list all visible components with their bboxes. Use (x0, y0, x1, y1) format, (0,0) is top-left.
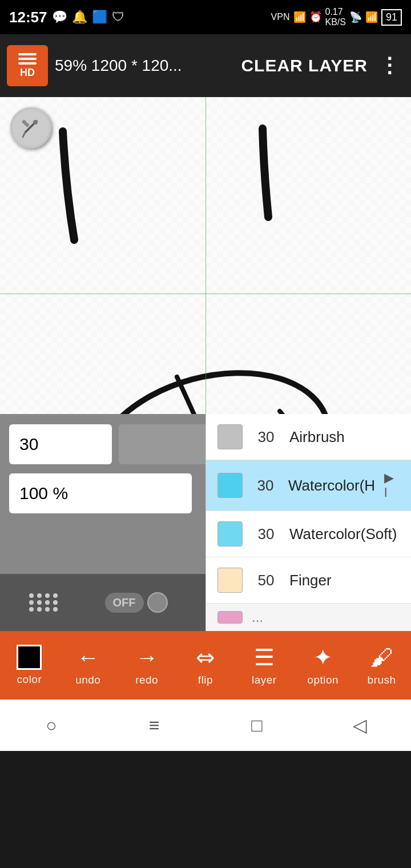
brush-partial-swatch (217, 611, 243, 624)
brush-swatch-airbrush (217, 424, 243, 449)
nav-menu-button[interactable]: ≡ (137, 708, 171, 742)
undo-label: undo (75, 674, 100, 686)
flip-label: flip (198, 674, 213, 686)
toggle1-indicator (147, 592, 168, 613)
controls-area: 30 100 % 30 Airbrush 30 Watercolor(H ▶ l (0, 414, 411, 574)
cell-icon: 📶 (365, 11, 378, 23)
brush-label: brush (368, 674, 396, 686)
brush-partial-label: ... (252, 609, 263, 625)
menu-icon: ≡ (149, 715, 160, 736)
brush-arrow-icon: ▶ l (384, 471, 400, 500)
layer-label: layer (252, 674, 277, 686)
svg-line-1 (23, 132, 25, 137)
svg-rect-2 (22, 119, 30, 127)
status-time: 12:57 (9, 9, 47, 26)
brush-size-watercolor-soft: 30 (252, 525, 280, 543)
brush-list: 30 Airbrush 30 Watercolor(H ▶ l 30 Water… (206, 414, 411, 631)
flip-button[interactable]: ⇔ flip (176, 631, 235, 700)
svg-point-4 (76, 348, 346, 414)
brush-item-watercolor-soft[interactable]: 30 Watercolor(Soft) (206, 511, 411, 557)
canvas-wrapper[interactable] (0, 97, 411, 414)
clock-icon: ⏰ (309, 11, 322, 23)
nav-bar: ○ ≡ □ ◁ (0, 700, 411, 751)
app-icon: 🟦 (92, 10, 107, 25)
bottom-panel: 30 100 % 30 Airbrush 30 Watercolor(H ▶ l (0, 414, 411, 751)
toggle1-label: OFF (105, 593, 144, 613)
canvas-content[interactable] (0, 97, 411, 414)
brush-item-airbrush[interactable]: 30 Airbrush (206, 414, 411, 460)
redo-button[interactable]: → redo (118, 631, 176, 700)
notification-icon: 🔔 (72, 10, 87, 25)
brush-name-watercolor-soft: Watercolor(Soft) (289, 525, 400, 543)
wifi-icon: 📡 (349, 11, 362, 23)
color-button[interactable]: color (0, 631, 59, 700)
brush-swatch-watercolor-soft (217, 521, 243, 546)
eyedropper-button[interactable] (10, 107, 51, 148)
back-icon: □ (251, 715, 262, 736)
brush-swatch-watercolor-hard (217, 473, 243, 498)
redo-icon: → (135, 645, 158, 670)
brush-name-watercolor-hard: Watercolor(H (288, 477, 375, 495)
vpn-icon: VPN (271, 12, 290, 22)
bottom-toolbar: color ← undo → redo ⇔ flip ☰ layer ✦ opt… (0, 631, 411, 700)
nav-back-button[interactable]: □ (240, 708, 274, 742)
hd-label: HD (20, 67, 35, 79)
brush-swatch-finger (217, 568, 243, 593)
nav-recent-button[interactable]: ◁ (342, 708, 377, 742)
status-right: VPN 📶 ⏰ 0.17KB/S 📡 📶 91 (271, 7, 402, 27)
size-input[interactable]: 30 (9, 424, 112, 464)
brush-name-airbrush: Airbrush (289, 428, 400, 446)
guide-vertical (206, 97, 206, 414)
layer-icon: ☰ (254, 644, 275, 670)
battery-label: 91 (381, 9, 402, 26)
undo-button[interactable]: ← undo (59, 631, 118, 700)
option-label: option (307, 674, 339, 686)
nav-home-button[interactable]: ○ (34, 708, 68, 742)
brush-item-partial: ... (206, 604, 411, 631)
brush-icon: 🖌 (370, 645, 393, 670)
opacity-input[interactable]: 100 % (9, 473, 192, 513)
shield-icon: 🛡 (112, 10, 124, 25)
status-left: 12:57 💬 🔔 🟦 🛡 (9, 9, 124, 26)
status-bar: 12:57 💬 🔔 🟦 🛡 VPN 📶 ⏰ 0.17KB/S 📡 📶 91 (0, 0, 411, 34)
brush-item-finger[interactable]: 50 Finger (206, 557, 411, 604)
brush-size-watercolor-hard: 30 (252, 477, 279, 495)
more-options-icon[interactable]: ⋮ (374, 54, 404, 78)
recent-icon: ◁ (353, 714, 367, 736)
home-icon: ○ (46, 715, 57, 736)
toolbar: HD 59% 1200 * 120... CLEAR LAYER ⋮ (0, 34, 411, 97)
option-icon: ✦ (313, 644, 333, 670)
signal-icon: 📶 (293, 11, 306, 23)
color-swatch (17, 645, 42, 670)
guide-horizontal (0, 294, 411, 294)
brush-button[interactable]: 🖌 brush (352, 631, 411, 700)
speed-label: 0.17KB/S (325, 7, 346, 27)
brush-item-watercolor-hard[interactable]: 30 Watercolor(H ▶ l (206, 460, 411, 511)
brush-name-finger: Finger (289, 572, 400, 589)
brush-size-finger: 50 (252, 572, 280, 589)
flip-icon: ⇔ (196, 644, 215, 670)
svg-point-3 (33, 120, 38, 124)
canvas-title: 59% 1200 * 120... (55, 57, 234, 75)
color-label: color (17, 673, 42, 686)
messenger-icon: 💬 (52, 10, 67, 25)
dots-grid-button[interactable] (29, 593, 59, 612)
undo-icon: ← (76, 645, 99, 670)
brush-size-airbrush: 30 (252, 428, 280, 446)
hd-badge[interactable]: HD (7, 45, 48, 86)
redo-label: redo (135, 674, 158, 686)
toggle1-button[interactable]: OFF (105, 592, 168, 613)
option-button[interactable]: ✦ option (293, 631, 352, 700)
layer-button[interactable]: ☰ layer (235, 631, 293, 700)
clear-layer-button[interactable]: CLEAR LAYER (241, 56, 368, 75)
